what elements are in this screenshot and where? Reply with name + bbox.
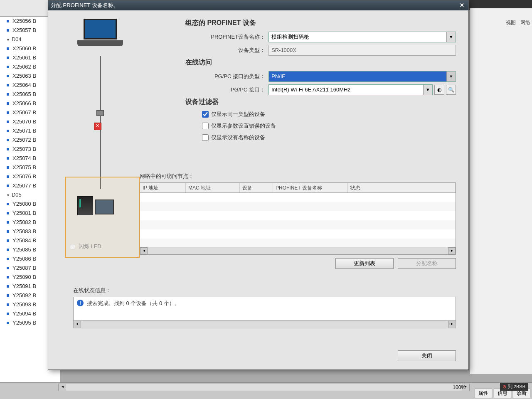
search-interface-button[interactable]: 🔍 [446,85,456,95]
status-h-scrollbar[interactable]: ◂ ▸ [73,321,456,328]
info-icon: i [77,300,84,306]
hmi-icon [95,200,114,214]
tab-view[interactable]: 视图 [506,20,516,25]
accessible-nodes-section: 网络中的可访问节点： IP 地址 MAC 地址 设备 PROFINET 设备名称… [140,172,456,269]
chevron-down-icon[interactable]: ▾ [446,32,456,42]
scroll-left-icon[interactable]: ◂ [59,384,66,391]
col-device: 设备 [240,183,273,192]
flash-led-input[interactable] [70,244,75,249]
configure-interface-button[interactable]: ◐ [434,85,444,95]
label-device-type: 设备类型： [185,47,268,54]
tab-properties[interactable]: 属性 [475,389,492,398]
right-panel: 视图 网络 [470,8,532,374]
chk-param-error[interactable]: 仅显示参数设置错误的设备 [202,122,456,130]
close-icon[interactable]: ✕ [458,0,466,10]
chevron-down-icon[interactable]: ▾ [446,71,456,81]
col-profinet-name: PROFINET 设备名称 [273,183,348,192]
combo-interface-type[interactable]: PN/IE▾ [268,71,456,82]
label-interface: PG/PC 接口： [185,86,268,94]
section-online-access: 在线访问 [185,58,456,67]
col-status: 状态 [348,183,456,192]
refresh-list-button[interactable]: 更新列表 [335,258,394,269]
label-device-name: PROFINET设备名称： [185,33,268,41]
status-message: 搜索完成。找到 0 个设备（共 0 个）。 [87,300,180,307]
scroll-right-icon[interactable]: ▸ [448,247,456,254]
dialog-title: 分配 PROFINET 设备名称。 [51,0,119,10]
interface-node-icon [96,110,104,116]
field-device-type: SR-1000X [268,45,456,56]
error-node-icon [94,123,101,130]
table-caption: 网络中的可访问节点： [140,172,456,180]
flash-led-checkbox[interactable]: 闪烁 LED [70,243,101,250]
chevron-down-icon[interactable]: ▾ [423,85,432,95]
tab-network[interactable]: 网络 [520,20,530,25]
config-form: 组态的 PROFINET 设备 PROFINET设备名称： 模组检测扫码枪▾ 设… [185,16,456,145]
section-device-filter: 设备过滤器 [185,98,456,106]
close-button[interactable]: 关闭 [398,350,456,361]
nodes-table[interactable]: IP 地址 MAC 地址 设备 PROFINET 设备名称 状态 ◂ ▸ [140,182,456,255]
plc-icon [77,196,93,215]
assign-profinet-name-dialog: 分配 PROFINET 设备名称。 ✕ 闪烁 LED 组态的 PROFINET … [48,0,469,370]
table-header: IP 地址 MAC 地址 设备 PROFINET 设备名称 状态 [140,183,456,193]
assign-name-button[interactable]: 分配名称 [398,258,456,269]
scroll-left-icon[interactable]: ◂ [74,321,81,328]
col-mac: MAC 地址 [186,183,240,192]
table-body-empty [140,193,456,247]
status-label: 在线状态信息： [73,287,456,294]
online-status-section: 在线状态信息： i 搜索完成。找到 0 个设备（共 0 个）。 ◂ ▸ [73,287,456,328]
status-message-box: i 搜索完成。找到 0 个设备（共 0 个）。 [73,297,456,321]
label-interface-type: PG/PC 接口的类型： [185,73,268,80]
scroll-left-icon[interactable]: ◂ [140,247,148,254]
scroll-right-icon[interactable]: ▸ [448,321,456,328]
laptop-icon [77,19,123,48]
error-badge[interactable]: 到 2BSB [500,383,528,391]
zoom-level[interactable]: 100% [453,384,466,390]
combo-device-name[interactable]: 模组检测扫码枪▾ [268,32,456,42]
right-panel-tabs: 视图 网络 [502,19,530,26]
selected-device-frame: 闪烁 LED [65,177,140,258]
main-h-scrollbar[interactable]: ◂ ▸ [58,384,470,391]
col-ip: IP 地址 [140,183,186,192]
section-configured-device: 组态的 PROFINET 设备 [185,19,456,27]
combo-interface[interactable]: Intel(R) Wi-Fi 6E AX211 160MHz▾ [268,84,433,95]
app-statusbar: ◂ ▸ 100% 属性 信息 诊断 到 2BSB [0,382,532,399]
chk-same-type[interactable]: 仅显示同一类型的设备 [202,111,456,118]
dialog-titlebar: 分配 PROFINET 设备名称。 ✕ [48,0,468,10]
table-h-scrollbar[interactable]: ◂ ▸ [140,247,456,254]
chk-no-name[interactable]: 仅显示没有名称的设备 [202,134,456,141]
